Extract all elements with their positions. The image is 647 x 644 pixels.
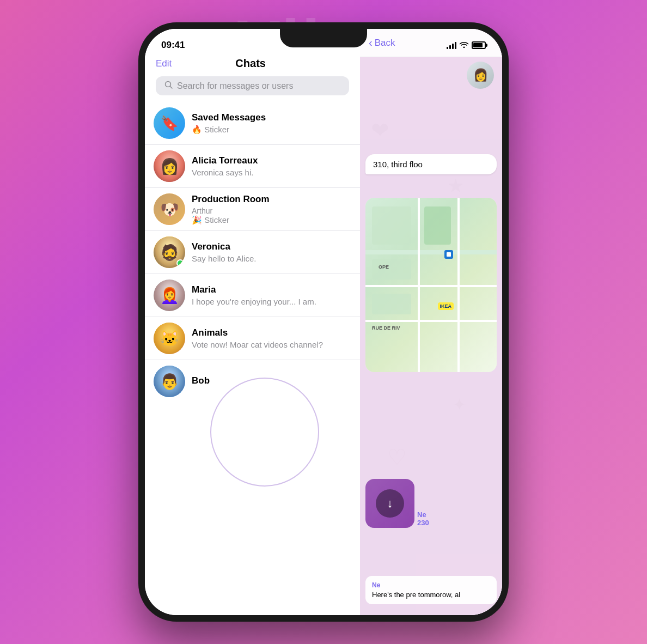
avatar-bob: 👨 bbox=[154, 366, 185, 397]
chat-name-animals: Animals bbox=[192, 327, 351, 338]
chat-preview-production-room: 🎉 Sticker bbox=[192, 215, 351, 225]
svg-text:❤: ❤ bbox=[371, 118, 389, 142]
chat-item-maria[interactable]: 👩‍🦰 Maria I hope you're enjoying your...… bbox=[145, 274, 360, 317]
svg-text:★: ★ bbox=[447, 175, 464, 196]
chat-name-production-room: Production Room bbox=[192, 194, 351, 205]
status-icons bbox=[447, 37, 486, 50]
chat-item-alicia[interactable]: 👩 Alicia Torreaux Veronica says hi. bbox=[145, 145, 360, 188]
ikea-text: IKEA bbox=[440, 303, 452, 309]
search-bar[interactable]: Search for messages or users bbox=[156, 76, 349, 95]
chat-item-saved-messages[interactable]: 🔖 Saved Messages 🔥 Sticker bbox=[145, 102, 360, 145]
wifi-icon bbox=[460, 41, 468, 50]
map-road-h3 bbox=[365, 320, 497, 322]
map-label-ope: OPE bbox=[379, 264, 389, 270]
map-label-rue: RUE DE RIV bbox=[372, 325, 400, 331]
message-text-address: 310, third floo bbox=[373, 160, 423, 169]
battery-fill bbox=[473, 43, 483, 47]
chat-name-alicia: Alicia Torreaux bbox=[192, 155, 351, 166]
message-count-label: Ne 230 bbox=[417, 511, 497, 527]
chat-list: 🔖 Saved Messages 🔥 Sticker 👩 bbox=[145, 102, 360, 615]
map-road-h2 bbox=[365, 285, 497, 287]
avatar-alicia: 👩 bbox=[154, 150, 185, 182]
download-button-area[interactable]: ↓ bbox=[365, 479, 414, 528]
bottom-sender-text: Ne bbox=[372, 581, 380, 589]
bottom-msg-text: Here's the pre tommorow, al bbox=[372, 591, 490, 599]
chat-info-saved-messages: Saved Messages 🔥 Sticker bbox=[192, 112, 351, 135]
signal-bar-4 bbox=[455, 42, 456, 49]
download-circle: ↓ bbox=[376, 489, 404, 518]
map-label-ikea: IKEA bbox=[438, 302, 454, 310]
phone-screen: 09:41 bbox=[145, 29, 502, 615]
sender-initial: Ne bbox=[417, 511, 426, 519]
map-block-4 bbox=[372, 294, 411, 314]
chat-item-bob[interactable]: 👨 Bob bbox=[145, 360, 360, 403]
svg-text:♡: ♡ bbox=[387, 445, 407, 469]
battery-icon bbox=[472, 41, 486, 49]
chat-preview-veronica: Say hello to Alice. bbox=[192, 254, 351, 263]
chat-name-bob: Bob bbox=[192, 375, 351, 386]
chat-item-animals[interactable]: 🐱 Animals Vote now! Moar cat videos chan… bbox=[145, 317, 360, 360]
message-count: 230 bbox=[417, 519, 429, 527]
map-block-1 bbox=[372, 206, 411, 245]
bottom-msg-sender: Ne bbox=[372, 581, 490, 589]
chat-item-production-room[interactable]: 🐶 Production Room Arthur 🎉 Sticker bbox=[145, 188, 360, 231]
chat-preview-animals: Vote now! Moar cat videos channel? bbox=[192, 340, 351, 349]
map-marker-blue bbox=[444, 250, 453, 259]
map-block-2 bbox=[424, 206, 450, 245]
map-road-h1 bbox=[365, 250, 497, 254]
chat-item-veronica[interactable]: 🧔 Veronica Say hello to Alice. bbox=[145, 231, 360, 274]
chat-preview-saved-messages: 🔥 Sticker bbox=[192, 125, 351, 135]
signal-bars-icon bbox=[447, 41, 456, 49]
search-icon bbox=[164, 81, 173, 91]
chat-info-maria: Maria I hope you're enjoying your... I a… bbox=[192, 284, 351, 306]
avatar-animals: 🐱 bbox=[154, 323, 185, 354]
online-indicator-veronica bbox=[176, 259, 184, 267]
chat-info-veronica: Veronica Say hello to Alice. bbox=[192, 241, 351, 263]
avatar-production-room: 🐶 bbox=[154, 193, 185, 225]
map-road-v1 bbox=[418, 198, 420, 372]
search-placeholder: Search for messages or users bbox=[177, 81, 293, 91]
map-area: OPE IKEA RUE DE RIV bbox=[365, 198, 497, 372]
download-arrow-icon: ↓ bbox=[387, 496, 393, 511]
signal-bar-3 bbox=[452, 44, 454, 49]
map-background: OPE IKEA RUE DE RIV bbox=[365, 198, 497, 372]
avatar-maria: 👩‍🦰 bbox=[154, 280, 185, 311]
chat-panel: Edit Chats Search for messages or users bbox=[145, 29, 360, 615]
map-road-v2 bbox=[457, 198, 460, 372]
svg-text:✦: ✦ bbox=[453, 396, 466, 414]
chat-window: ❤ ★ ♪ 😊 🌸 ✦ ♡ ‹ Back 👩 bbox=[360, 29, 502, 615]
map-marker-inner bbox=[447, 252, 451, 257]
avatar-veronica: 🧔 bbox=[154, 236, 185, 268]
status-time: 09:41 bbox=[161, 35, 185, 51]
map-block-3 bbox=[372, 259, 411, 280]
message-bubble-address: 310, third floo bbox=[365, 154, 497, 174]
avatar-saved-messages: 🔖 bbox=[154, 107, 185, 139]
signal-bar-1 bbox=[447, 47, 448, 49]
edit-button[interactable]: Edit bbox=[156, 58, 172, 69]
bookmark-icon: 🔖 bbox=[161, 115, 178, 132]
chat-info-production-room: Production Room Arthur 🎉 Sticker bbox=[192, 194, 351, 225]
phone-wrapper: 09:41 bbox=[138, 22, 509, 622]
chat-name-saved-messages: Saved Messages bbox=[192, 112, 351, 123]
chat-info-alicia: Alicia Torreaux Veronica says hi. bbox=[192, 155, 351, 177]
chat-name-maria: Maria bbox=[192, 284, 351, 295]
chats-title: Chats bbox=[235, 57, 266, 70]
chat-contact-avatar: 👩 bbox=[467, 62, 494, 89]
bottom-message-preview: Ne Here's the pre tommorow, al bbox=[365, 576, 497, 604]
chat-preview-alicia: Veronica says hi. bbox=[192, 168, 351, 177]
chat-preview-maria: I hope you're enjoying your... I am. bbox=[192, 297, 351, 306]
chat-info-animals: Animals Vote now! Moar cat videos channe… bbox=[192, 327, 351, 349]
svg-line-1 bbox=[170, 87, 173, 89]
chat-name-veronica: Veronica bbox=[192, 241, 351, 252]
signal-bar-2 bbox=[449, 45, 451, 49]
chat-info-bob: Bob bbox=[192, 375, 351, 388]
chat-header-top: Edit Chats bbox=[156, 57, 349, 70]
phone-notch bbox=[280, 29, 367, 47]
chat-sub-production-room: Arthur bbox=[192, 206, 351, 215]
